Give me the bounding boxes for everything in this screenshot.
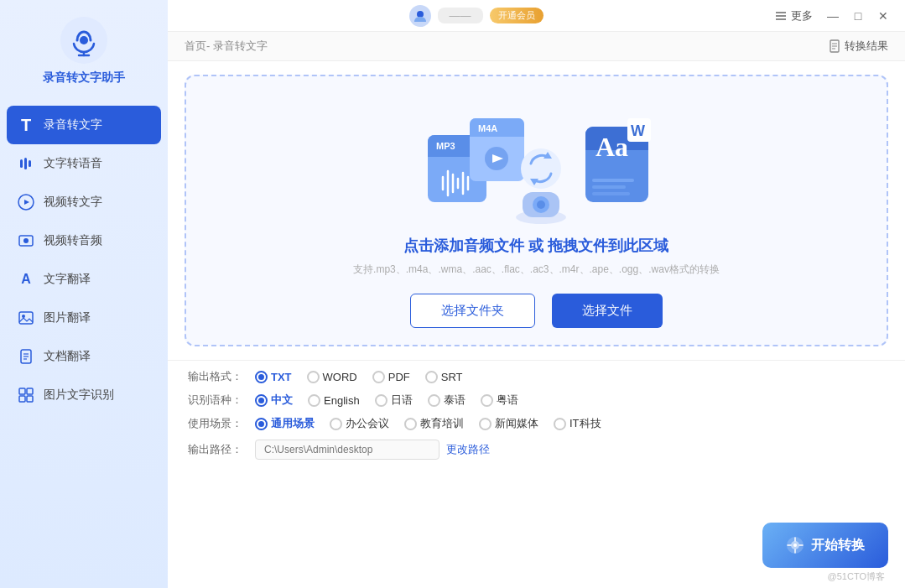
svg-point-10 [23, 238, 29, 243]
image-translate-icon [17, 309, 35, 327]
language-row: 识别语种： 中文 English 日语 泰语 [188, 393, 885, 408]
format-srt-radio[interactable] [425, 371, 438, 383]
convert-result-button[interactable]: 转换结果 [828, 39, 888, 54]
illustration: MP3 M4A [411, 93, 663, 227]
lang-zh[interactable]: 中文 [255, 393, 293, 408]
lang-ja-radio[interactable] [375, 394, 387, 407]
svg-rect-56 [592, 179, 634, 182]
scene-row: 使用场景： 通用场景 办公会议 教育培训 新闻媒体 [188, 416, 885, 431]
lang-zh-label: 中文 [271, 393, 293, 408]
scene-office-radio[interactable] [330, 418, 342, 430]
svg-point-1 [80, 36, 88, 44]
output-format-row: 输出格式： TXT WORD PDF SRT [188, 369, 885, 384]
sidebar-item-label: 文档翻译 [44, 349, 91, 364]
svg-text:MP3: MP3 [436, 141, 455, 151]
start-button-label: 开始转换 [811, 537, 865, 554]
scene-tech-radio[interactable] [554, 418, 566, 430]
sidebar-item-video-to-audio[interactable]: 视频转音频 [0, 221, 168, 260]
convert-result-label: 转换结果 [845, 39, 888, 54]
close-button[interactable]: ✕ [871, 4, 895, 28]
lang-en-radio[interactable] [308, 394, 320, 407]
scene-radio-group: 通用场景 办公会议 教育培训 新闻媒体 IT科技 [255, 416, 601, 431]
sidebar-item-image-ocr[interactable]: 图片文字识别 [0, 376, 168, 414]
svg-rect-5 [24, 158, 27, 169]
select-file-button[interactable]: 选择文件 [552, 294, 663, 328]
change-path-button[interactable]: 更改路径 [446, 442, 490, 457]
scene-news-label: 新闻媒体 [495, 416, 538, 431]
settings-section: 输出格式： TXT WORD PDF SRT [168, 360, 905, 476]
audio-to-text-icon: T [17, 116, 35, 134]
svg-point-63 [793, 544, 797, 547]
lang-th-radio[interactable] [428, 394, 440, 407]
drop-illustration-svg: MP3 M4A [411, 93, 663, 227]
sidebar-item-doc-translate[interactable]: 文档翻译 [0, 337, 168, 376]
scene-office-label: 办公会议 [346, 416, 389, 431]
sidebar-item-label: 文字翻译 [44, 272, 91, 287]
app-topbar: —— 开通会员 更多 — □ ✕ [168, 0, 905, 32]
minimize-button[interactable]: — [821, 4, 845, 28]
scene-general-radio[interactable] [255, 418, 268, 430]
video-to-text-icon [17, 193, 35, 211]
svg-rect-11 [19, 312, 33, 324]
format-srt-label: SRT [441, 371, 463, 383]
sidebar-item-text-translate[interactable]: A 文字翻译 [0, 260, 168, 299]
format-pdf[interactable]: PDF [372, 371, 410, 383]
language-label: 识别语种： [188, 393, 248, 408]
svg-rect-6 [29, 160, 31, 167]
scene-edu[interactable]: 教育培训 [404, 416, 464, 431]
start-btn-area: 开始转换 [762, 523, 888, 568]
svg-text:Aa: Aa [596, 132, 628, 162]
avatar [409, 5, 431, 27]
sidebar: 录音转文字助手 T 录音转文字 文字转语音 视频转文字 视频转音频 A 文字 [0, 0, 168, 588]
select-folder-button[interactable]: 选择文件夹 [410, 294, 535, 328]
sidebar-item-label: 视频转文字 [44, 195, 102, 210]
sidebar-item-text-to-speech[interactable]: 文字转语音 [0, 144, 168, 183]
start-convert-button[interactable]: 开始转换 [762, 523, 888, 568]
lang-yue-radio[interactable] [481, 394, 493, 407]
svg-rect-19 [19, 396, 25, 402]
sidebar-item-audio-to-text[interactable]: T 录音转文字 [7, 106, 161, 144]
maximize-button[interactable]: □ [846, 4, 870, 28]
more-menu-button[interactable]: 更多 [767, 5, 819, 27]
lang-en[interactable]: English [308, 394, 360, 407]
drop-zone[interactable]: MP3 M4A [185, 75, 888, 346]
svg-point-21 [417, 11, 424, 18]
top-center: —— 开通会员 [409, 5, 544, 27]
format-pdf-radio[interactable] [372, 371, 385, 383]
format-txt-radio[interactable] [255, 371, 268, 383]
drop-main-text: 点击添加音频文件 或 拖拽文件到此区域 [403, 236, 668, 256]
doc-translate-icon [17, 347, 35, 366]
scene-edu-radio[interactable] [404, 418, 417, 430]
scene-tech[interactable]: IT科技 [554, 416, 601, 431]
lang-yue[interactable]: 粤语 [481, 393, 518, 408]
format-txt[interactable]: TXT [255, 371, 292, 383]
scene-general[interactable]: 通用场景 [255, 416, 315, 431]
lang-zh-radio[interactable] [255, 394, 268, 407]
lang-th[interactable]: 泰语 [428, 393, 466, 408]
lang-ja-label: 日语 [391, 393, 413, 408]
svg-rect-20 [27, 396, 33, 402]
output-path-input[interactable] [255, 440, 439, 460]
scene-office[interactable]: 办公会议 [330, 416, 389, 431]
scene-news-radio[interactable] [479, 418, 492, 430]
sidebar-item-image-translate[interactable]: 图片翻译 [0, 299, 168, 337]
scene-news[interactable]: 新闻媒体 [479, 416, 538, 431]
format-srt[interactable]: SRT [425, 371, 463, 383]
sidebar-item-label: 文字转语音 [44, 156, 102, 171]
lang-ja[interactable]: 日语 [375, 393, 413, 408]
drop-sub-text: 支持.mp3、.m4a、.wma、.aac、.flac、.ac3、.m4r、.a… [353, 263, 720, 277]
svg-rect-17 [19, 388, 25, 394]
format-word-radio[interactable] [307, 371, 320, 383]
format-radio-group: TXT WORD PDF SRT [255, 371, 463, 383]
footer-note: @51CTO博客 [828, 570, 885, 583]
window-controls: 更多 — □ ✕ [767, 4, 895, 28]
video-to-audio-icon [17, 232, 35, 250]
document-icon [828, 39, 841, 53]
main-content: —— 开通会员 更多 — □ ✕ 首页- 录音转文字 转换结果 [168, 0, 905, 588]
sidebar-item-video-to-text[interactable]: 视频转文字 [0, 183, 168, 221]
logo-area: 录音转文字助手 [43, 17, 125, 86]
svg-rect-4 [20, 159, 23, 168]
lang-th-label: 泰语 [444, 393, 466, 408]
format-word[interactable]: WORD [307, 371, 357, 383]
format-txt-label: TXT [271, 371, 292, 383]
